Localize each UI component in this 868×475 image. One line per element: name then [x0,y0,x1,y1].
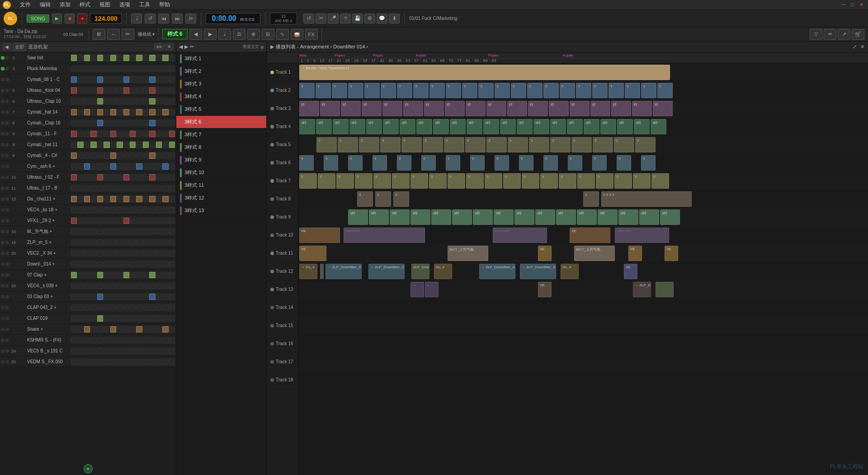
ch-solo-light[interactable] [5,241,9,244]
step-0[interactable] [71,131,77,137]
arrangement-clip[interactable]: 3 [380,137,401,152]
step-13[interactable] [156,337,162,343]
step-14[interactable] [162,239,168,246]
step-11[interactable] [143,55,149,61]
step-2[interactable] [84,250,90,256]
drum-icon[interactable]: 🥁 [291,29,303,40]
step-15[interactable] [169,207,175,213]
arrangement-clip[interactable]: 样 [341,101,361,116]
arrangement-clip[interactable]: 3样 [618,209,638,225]
arrangement-clip[interactable]: 3样 [410,209,430,225]
step-6[interactable] [110,218,116,224]
maximize-btn[interactable]: □ [849,2,856,8]
ch-solo-light[interactable] [5,262,9,266]
step-14[interactable] [162,76,168,83]
ch-name-label[interactable]: VEC4._ks 18 + [27,207,70,212]
step-1[interactable] [77,228,83,235]
step-5[interactable] [104,196,109,202]
arrangement-clip[interactable]: MCY_上升气氛 [574,246,615,261]
step-4[interactable] [97,283,103,289]
channel-row[interactable]: 24 VEC5 B._s 191 C [0,346,176,356]
add-channel-btn[interactable]: + [84,464,93,473]
step-10[interactable] [136,207,142,213]
step-3[interactable] [90,98,96,104]
step-0[interactable] [71,239,77,246]
arrangement-clip[interactable]: 3 [592,83,608,98]
step-6[interactable] [110,228,116,235]
step-3[interactable] [90,304,96,311]
step-1[interactable] [77,348,83,354]
step-2[interactable] [84,348,90,354]
step-15[interactable] [169,196,175,202]
step-1[interactable] [77,174,83,180]
step-5[interactable] [104,120,109,126]
step-0[interactable] [71,87,77,94]
ch-solo-light[interactable] [5,273,9,277]
arr-play-icon[interactable]: ▶ [270,44,274,50]
ch-mute-light[interactable] [1,208,5,212]
step-4[interactable] [97,120,103,126]
ch-name-label[interactable]: KSHMR S. - (F#) [27,337,70,342]
step-7[interactable] [117,218,123,224]
step-6[interactable] [110,98,116,104]
arrangement-clip[interactable]: 3 [316,137,337,152]
step-9[interactable] [130,304,136,311]
ch-name-label[interactable]: 07 Clap + [27,272,70,277]
channel-row[interactable]: CLAP 043_2 + [0,302,176,313]
step-13[interactable] [156,185,162,191]
step-15[interactable] [169,228,175,235]
ch-solo-light[interactable] [5,56,9,60]
step-1[interactable] [77,131,83,137]
step-0[interactable] [71,207,77,213]
arrangement-clip[interactable]: → ZLP_Downfilter_S [520,264,556,279]
step-6[interactable] [110,283,116,289]
step-15[interactable] [169,326,175,332]
arrangement-clip[interactable]: 3 [485,173,502,189]
step-12[interactable] [149,163,155,170]
step-6[interactable] [110,326,116,332]
ch-name-label[interactable]: Ultras._t 17 - B [27,185,70,190]
step-15[interactable] [169,120,175,126]
step-1[interactable] [77,55,83,61]
arrangement-clip[interactable]: VE [299,246,326,261]
step-0[interactable] [71,348,77,354]
channel-row[interactable]: KSHMR S. - (F#) [0,335,176,346]
step-2[interactable] [84,185,90,191]
ch-solo-light[interactable] [5,306,9,309]
ch-name-label[interactable]: Snare + [27,327,70,332]
step-3[interactable] [90,250,96,256]
ch-name-label[interactable]: Cymati._Clap 16 [27,120,70,125]
step-5[interactable] [104,294,109,300]
ch-mute-light[interactable] [1,154,5,157]
arrangement-clip[interactable]: 样 [299,101,319,116]
step-3[interactable] [90,283,96,289]
step-4[interactable] [97,348,103,354]
pattern-item[interactable]: 3样式 2 [176,65,266,78]
step-9[interactable] [130,120,136,126]
step-9[interactable] [130,98,136,104]
undo-icon[interactable]: ↺ [303,14,314,24]
step-14[interactable] [162,163,168,170]
ch-mute-light[interactable] [1,219,5,223]
channel-row[interactable]: 19 ZLP._er_5 + [0,237,176,248]
channel-row[interactable]: 7 Cymati._hat 14 [0,107,176,118]
arrangement-clip[interactable]: 3 [651,173,669,189]
arrow-icon[interactable]: ↗ [838,29,850,40]
step-7[interactable] [117,304,123,311]
step-9[interactable] [130,250,136,256]
step-2[interactable] [84,294,90,300]
ch-solo-light[interactable] [5,360,9,364]
step-7[interactable] [117,250,123,256]
step-13[interactable] [156,348,162,354]
step-8[interactable] [123,76,129,83]
step-4[interactable] [97,174,103,180]
arrangement-clip[interactable]: → Do_4 [299,264,317,279]
step-5[interactable] [104,261,109,267]
step-0[interactable] [71,228,77,235]
arrangement-clip[interactable]: 3样 [400,119,415,134]
arrangement-clip[interactable]: 3 [614,173,632,189]
step-13[interactable] [156,239,162,246]
arrangement-clip[interactable]: 样 [590,101,610,116]
mic-icon[interactable]: 🎤 [328,14,339,24]
arrangement-clip[interactable]: 3 [527,83,542,98]
